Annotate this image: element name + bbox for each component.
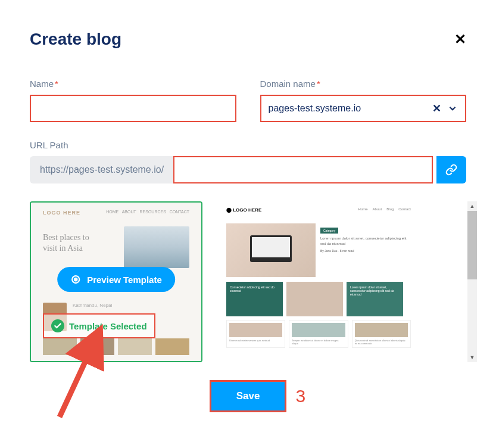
clear-icon[interactable]: ✕ [432, 102, 441, 115]
link-icon [445, 164, 457, 176]
template-card-text: Consectetur adipiscing elit sed do eiusm… [226, 282, 283, 316]
template-hero-image [124, 226, 189, 268]
template-scrollbar[interactable]: ▲ ▼ [467, 201, 477, 362]
svg-point-1 [74, 278, 77, 281]
template-selected-badge: Template Selected [43, 313, 155, 338]
preview-template-button[interactable]: Preview Template [57, 267, 175, 292]
close-icon: ✕ [454, 31, 466, 47]
template-gallery [43, 338, 189, 355]
annotation-number: 3 [296, 386, 306, 406]
template-card-selected[interactable]: LOGO HERE HOME ABOUT RESOURCES CONTACT B… [30, 201, 202, 362]
copy-link-button[interactable] [436, 156, 466, 183]
modal-title: Create blog [30, 30, 121, 49]
template-small-card: Ut enim ad minim veniam quis nostrud [226, 320, 285, 348]
name-input[interactable] [30, 95, 236, 122]
name-group: Name* [30, 79, 236, 122]
template-lorem: Lorem ipsum dolor sit amet, consectetur … [320, 236, 411, 247]
close-button[interactable]: ✕ [454, 31, 466, 48]
template-card-image [286, 282, 343, 316]
chevron-down-icon[interactable] [447, 103, 458, 114]
template-caption: Kathmandu, Nepal [73, 303, 112, 308]
save-button[interactable]: Save [210, 380, 287, 412]
check-circle-icon [51, 319, 64, 332]
templates-list: LOGO HERE HOME ABOUT RESOURCES CONTACT B… [30, 201, 466, 362]
template-small-card: Tempor incididunt ut labore et dolore ma… [289, 320, 348, 348]
domain-selected-value: pages-test.systeme.io [269, 103, 361, 114]
template-category-badge: Category [320, 228, 338, 234]
template-hero-image [226, 223, 316, 277]
scroll-up-icon[interactable]: ▲ [470, 201, 475, 211]
scroll-thumb[interactable] [467, 211, 477, 279]
required-mark: * [317, 79, 320, 89]
template-nav: HOME ABOUT RESOURCES CONTACT [106, 210, 189, 214]
url-prefix: https://pages-test.systeme.io/ [30, 156, 173, 183]
domain-label: Domain name* [260, 79, 467, 89]
url-input[interactable] [173, 156, 433, 183]
required-mark: * [55, 79, 58, 89]
template-nav: HomeAboutBlogContact [358, 207, 411, 211]
template-small-card: Quis nostrud exercitation ullamco labori… [352, 320, 411, 348]
template-card[interactable]: ⬤ LOGO HERE HomeAboutBlogContact Categor… [220, 201, 417, 362]
name-label: Name* [30, 79, 236, 89]
url-label: URL Path [30, 140, 466, 150]
template-card-text: Lorem ipsum dolor sit amet, consectetur … [347, 282, 403, 316]
target-icon [70, 274, 81, 285]
domain-group: Domain name* pages-test.systeme.io ✕ [260, 79, 467, 122]
scroll-down-icon[interactable]: ▼ [470, 353, 475, 362]
domain-select[interactable]: pages-test.systeme.io ✕ [260, 95, 467, 122]
url-group: URL Path https://pages-test.systeme.io/ [30, 140, 466, 183]
